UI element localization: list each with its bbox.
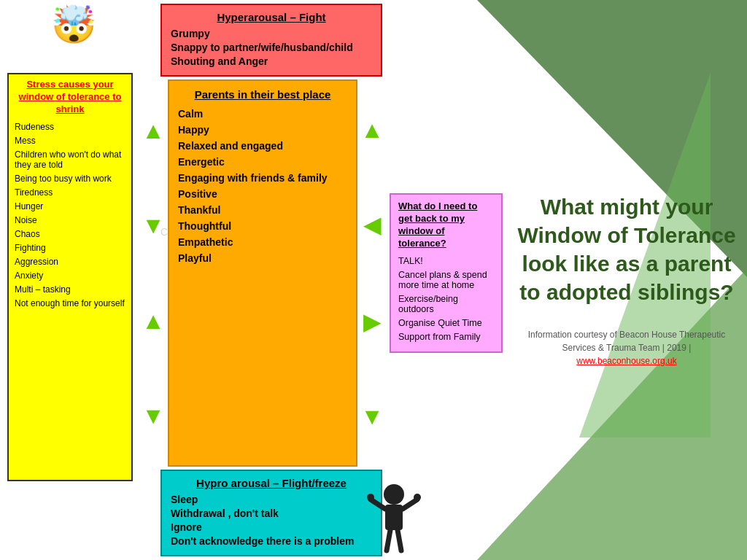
hypoarousal-item: Withdrawal , don't talk (171, 508, 372, 519)
hypoarousal-items: SleepWithdrawal , don't talkIgnoreDon't … (171, 494, 372, 547)
arrow-up-1: ▲ (142, 119, 165, 142)
svg-line-3 (403, 499, 417, 509)
svg-line-4 (387, 530, 390, 551)
center-best-place-box: Parents in their best place CalmHappyRel… (168, 79, 357, 467)
arrow-up-2: ▲ (142, 309, 165, 332)
hyperarousal-box: Hyperarousal – Fight GrumpySnappy to par… (160, 4, 382, 77)
trigger-item: Children who won't do what they are told (15, 149, 125, 170)
center-box-item: Engaging with friends & family (178, 172, 347, 184)
hyperarousal-item: Grumpy (171, 28, 372, 39)
center-box-item: Thoughtful (178, 220, 347, 232)
trigger-item: Noise (15, 215, 125, 225)
beacon-house-link[interactable]: www.beaconhouse.org.uk (576, 356, 676, 366)
hypoarousal-item: Ignore (171, 521, 372, 533)
pink-box-item: TALK! (398, 256, 494, 266)
attribution-text-content: Information courtesy of Beacon House The… (528, 330, 726, 353)
right-info-panel: What might your Window of Tolerance look… (506, 0, 747, 560)
person-silhouette (365, 481, 423, 554)
pink-box-item: Support from Family (398, 332, 494, 342)
right-arrows: ▲ ◀ ▶ ▼ (357, 79, 387, 467)
svg-point-0 (384, 484, 404, 505)
pink-tolerance-box: What do I need to get back to my window … (390, 193, 503, 353)
arrow-down-1: ▼ (142, 214, 165, 237)
center-box-item: Happy (178, 124, 347, 136)
hypoarousal-item: Don't acknowledge there is a problem (171, 535, 372, 547)
hyperarousal-item: Snappy to partner/wife/husband/child (171, 42, 372, 53)
trigger-item: Multi – tasking (15, 284, 125, 295)
center-title: Parents in their best place (178, 88, 347, 101)
trigger-item: Anxiety (15, 271, 125, 281)
trigger-item: Mess (15, 136, 125, 146)
arrow-right-1: ▶ (363, 308, 382, 335)
center-box-item: Relaxed and engaged (178, 140, 347, 152)
triggers-list: RudenessMessChildren who won't do what t… (15, 122, 125, 308)
arrow-left-1: ◀ (363, 211, 382, 238)
svg-line-5 (398, 530, 401, 551)
svg-line-2 (371, 499, 385, 509)
center-box-item: Calm (178, 108, 347, 120)
trigger-item: Not enough time for yourself (15, 298, 125, 308)
middle-section: Hyperarousal – Fight GrumpySnappy to par… (139, 4, 503, 556)
center-items: CalmHappyRelaxed and engagedEnergeticEng… (178, 108, 347, 268)
arrow-down-3: ▼ (360, 405, 384, 428)
pink-box-title: What do I need to get back to my window … (398, 201, 494, 250)
trigger-item: Aggression (15, 257, 125, 267)
center-box-item: Thankful (178, 204, 347, 216)
svg-point-6 (367, 494, 374, 501)
hypoarousal-item: Sleep (171, 494, 372, 505)
hypoarousal-title: Hypro arousal – Flight/freeze (171, 477, 372, 489)
middle-row: ▲ ▼ ▲ ▼ Parents in their best place Calm… (139, 79, 503, 467)
hyperarousal-item: Shouting and Anger (171, 55, 372, 67)
hyperarousal-items: GrumpySnappy to partner/wife/husband/chi… (171, 28, 372, 67)
hyperarousal-title: Hyperarousal – Fight (171, 11, 372, 23)
svg-point-7 (414, 494, 421, 501)
trigger-item: Tiredness (15, 187, 125, 198)
trigger-item: Hunger (15, 201, 125, 211)
center-box-item: Energetic (178, 156, 347, 168)
main-title: What might your Window of Tolerance look… (517, 192, 736, 306)
trigger-item: Fighting (15, 243, 125, 253)
pink-box-item: Organise Quiet Time (398, 318, 494, 328)
trigger-item: Chaos (15, 229, 125, 239)
center-box-item: Positive (178, 188, 347, 200)
arrow-up-3: ▲ (360, 118, 384, 141)
pink-box-item: Cancel plans & spend more time at home (398, 270, 494, 290)
hypoarousal-box: Hypro arousal – Flight/freeze SleepWithd… (160, 470, 382, 556)
attribution-text: Information courtesy of Beacon House The… (517, 328, 736, 368)
stress-title: Stress causes your window of tolerance t… (15, 79, 125, 116)
svg-rect-1 (385, 505, 403, 530)
trigger-item: Being too busy with work (15, 174, 125, 184)
left-arrows: ▲ ▼ ▲ ▼ (139, 79, 168, 467)
pink-items: TALK!Cancel plans & spend more time at h… (398, 256, 494, 342)
center-box-item: Playful (178, 252, 347, 264)
stress-triggers-panel: Stress causes your window of tolerance t… (7, 73, 133, 481)
center-box-item: Empathetic (178, 236, 347, 248)
trigger-item: Rudeness (15, 122, 125, 132)
pink-box-item: Exercise/being outdoors (398, 294, 494, 314)
arrow-down-2: ▼ (142, 404, 165, 427)
